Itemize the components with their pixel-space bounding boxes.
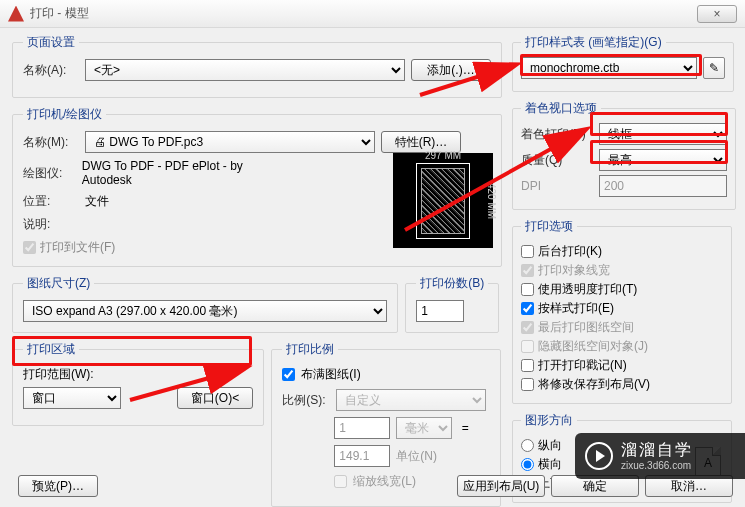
preview-width: 297 MM bbox=[425, 150, 461, 161]
scale-den-label: 单位(N) bbox=[396, 448, 437, 465]
fit-to-paper-row[interactable]: 布满图纸(I) bbox=[282, 366, 490, 383]
plot-what-select[interactable]: 窗口 bbox=[23, 387, 121, 409]
preview-button[interactable]: 预览(P)… bbox=[18, 475, 98, 497]
fieldset-style-table: 打印样式表 (画笔指定)(G) monochrome.ctb ✎ bbox=[512, 34, 734, 92]
close-button[interactable]: × bbox=[697, 5, 737, 23]
option-check bbox=[521, 321, 534, 334]
legend-page-setup: 页面设置 bbox=[23, 34, 79, 51]
close-icon: × bbox=[713, 7, 720, 21]
option-row[interactable]: 使用透明度打印(T) bbox=[521, 281, 723, 298]
watermark-url: zixue.3d66.com bbox=[621, 460, 693, 472]
printer-name-label: 名称(M): bbox=[23, 134, 79, 151]
scale-unit-select: 毫米 bbox=[396, 417, 452, 439]
option-check[interactable] bbox=[521, 378, 534, 391]
option-label: 使用透明度打印(T) bbox=[538, 281, 637, 298]
shade-select[interactable]: 线框 bbox=[599, 123, 727, 145]
page-name-select[interactable]: <无> bbox=[85, 59, 405, 81]
landscape-label: 横向 bbox=[538, 456, 562, 473]
option-row: 打印对象线宽 bbox=[521, 262, 723, 279]
pencil-icon: ✎ bbox=[709, 61, 719, 75]
plot-what-label: 打印范围(W): bbox=[23, 366, 253, 383]
scale-select: 自定义 bbox=[336, 389, 486, 411]
quality-select[interactable]: 最高 bbox=[599, 149, 727, 171]
where-label: 位置: bbox=[23, 193, 79, 210]
plotter-value: DWG To PDF - PDF ePlot - by Autodesk bbox=[82, 159, 283, 187]
option-label: 将修改保存到布局(V) bbox=[538, 376, 650, 393]
apply-button[interactable]: 应用到布局(U) bbox=[457, 475, 545, 497]
option-row[interactable]: 按样式打印(E) bbox=[521, 300, 723, 317]
titlebar: 打印 - 模型 × bbox=[0, 0, 745, 28]
legend-options: 打印选项 bbox=[521, 218, 577, 235]
left-column: 页面设置 名称(A): <无> 添加(.)… 打印机/绘图仪 名称(M): 🖨 … bbox=[12, 34, 502, 507]
landscape-radio[interactable] bbox=[521, 458, 534, 471]
dpi-label: DPI bbox=[521, 179, 593, 193]
option-row: 最后打印图纸空间 bbox=[521, 319, 723, 336]
paper-size-select[interactable]: ISO expand A3 (297.00 x 420.00 毫米) bbox=[23, 300, 387, 322]
option-label: 按样式打印(E) bbox=[538, 300, 614, 317]
watermark-title: 溜溜自学 bbox=[621, 440, 693, 459]
option-label: 后台打印(K) bbox=[538, 243, 602, 260]
add-page-button[interactable]: 添加(.)… bbox=[411, 59, 491, 81]
option-check[interactable] bbox=[521, 283, 534, 296]
quality-label: 质量(Q) bbox=[521, 152, 593, 169]
preview-height: 420 MM bbox=[486, 182, 497, 218]
printer-name-select[interactable]: 🖨 DWG To PDF.pc3 bbox=[85, 131, 375, 153]
fit-check[interactable] bbox=[282, 368, 295, 381]
window-title: 打印 - 模型 bbox=[30, 5, 697, 22]
scale-num-input bbox=[334, 417, 390, 439]
options-list: 后台打印(K)打印对象线宽使用透明度打印(T)按样式打印(E)最后打印图纸空间隐… bbox=[521, 243, 723, 393]
option-label: 打印对象线宽 bbox=[538, 262, 610, 279]
plotter-label: 绘图仪: bbox=[23, 165, 76, 182]
option-check bbox=[521, 340, 534, 353]
where-value: 文件 bbox=[85, 193, 109, 210]
option-row[interactable]: 后台打印(K) bbox=[521, 243, 723, 260]
paper-preview: 297 MM 420 MM bbox=[393, 153, 493, 248]
legend-viewport: 着色视口选项 bbox=[521, 100, 601, 117]
option-check[interactable] bbox=[521, 302, 534, 315]
shade-label: 着色打印(D) bbox=[521, 126, 593, 143]
portrait-radio[interactable] bbox=[521, 439, 534, 452]
fieldset-copies: 打印份数(B) bbox=[405, 275, 499, 333]
style-table-select[interactable]: monochrome.ctb bbox=[521, 57, 697, 79]
play-icon bbox=[585, 442, 613, 470]
scale-label: 比例(S): bbox=[282, 392, 330, 409]
legend-scale: 打印比例 bbox=[282, 341, 338, 358]
option-row[interactable]: 打开打印戳记(N) bbox=[521, 357, 723, 374]
option-row[interactable]: 将修改保存到布局(V) bbox=[521, 376, 723, 393]
option-label: 最后打印图纸空间 bbox=[538, 319, 634, 336]
option-row: 隐藏图纸空间对象(J) bbox=[521, 338, 723, 355]
app-icon bbox=[8, 6, 24, 22]
fieldset-plot-area: 打印区域 打印范围(W): 窗口 窗口(O)< bbox=[12, 341, 264, 426]
dpi-input bbox=[599, 175, 727, 197]
legend-copies: 打印份数(B) bbox=[416, 275, 488, 292]
fieldset-options: 打印选项 后台打印(K)打印对象线宽使用透明度打印(T)按样式打印(E)最后打印… bbox=[512, 218, 732, 404]
desc-label: 说明: bbox=[23, 216, 79, 233]
watermark: 溜溜自学 zixue.3d66.com bbox=[575, 433, 745, 479]
equals-icon: = bbox=[458, 421, 472, 435]
legend-printer: 打印机/绘图仪 bbox=[23, 106, 106, 123]
fieldset-paper-size: 图纸尺寸(Z) ISO expand A3 (297.00 x 420.00 毫… bbox=[12, 275, 398, 333]
option-label: 隐藏图纸空间对象(J) bbox=[538, 338, 648, 355]
portrait-label: 纵向 bbox=[538, 437, 562, 454]
legend-style-table: 打印样式表 (画笔指定)(G) bbox=[521, 34, 666, 51]
fieldset-viewport: 着色视口选项 着色打印(D)线框 质量(Q)最高 DPI bbox=[512, 100, 736, 210]
option-label: 打开打印戳记(N) bbox=[538, 357, 627, 374]
option-check bbox=[521, 264, 534, 277]
option-check[interactable] bbox=[521, 245, 534, 258]
page-name-label: 名称(A): bbox=[23, 62, 79, 79]
scale-den-input bbox=[334, 445, 390, 467]
print-to-file-check bbox=[23, 241, 36, 254]
window-pick-button[interactable]: 窗口(O)< bbox=[177, 387, 253, 409]
legend-area: 打印区域 bbox=[23, 341, 79, 358]
option-check[interactable] bbox=[521, 359, 534, 372]
fieldset-printer: 打印机/绘图仪 名称(M): 🖨 DWG To PDF.pc3 特性(R)… 绘… bbox=[12, 106, 502, 267]
fit-label: 布满图纸(I) bbox=[301, 366, 360, 383]
edit-style-button[interactable]: ✎ bbox=[703, 57, 725, 79]
print-to-file-label: 打印到文件(F) bbox=[40, 239, 115, 256]
fieldset-page-setup: 页面设置 名称(A): <无> 添加(.)… bbox=[12, 34, 502, 98]
legend-paper: 图纸尺寸(Z) bbox=[23, 275, 94, 292]
legend-orient: 图形方向 bbox=[521, 412, 577, 429]
copies-input[interactable] bbox=[416, 300, 464, 322]
